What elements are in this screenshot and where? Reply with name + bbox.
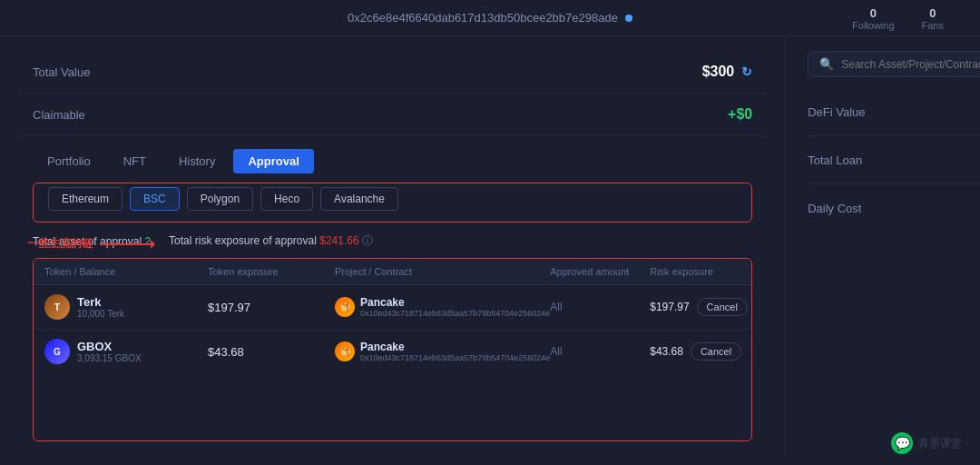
terk-approved: All <box>550 301 650 313</box>
chain-btn-heco[interactable]: Heco <box>260 187 313 211</box>
header: 0x2c6e8e4f6640dab617d13db50bcee2bb7e298a… <box>0 0 980 36</box>
table-header: Token / Balance Token exposure Project /… <box>34 259 751 285</box>
gbox-exposure: $43.68 <box>208 345 335 359</box>
total-value-value: $300 ↻ <box>702 64 753 80</box>
wallet-address-bar: 0x2c6e8e4f6640dab617d13db50bcee2bb7e298a… <box>348 11 632 25</box>
cost-label: Daily Cost <box>808 202 861 215</box>
terk-icon: T <box>44 294 70 320</box>
fans-count: 0 <box>922 5 944 19</box>
right-panel: 🔍 DeFi Value $0 Total Loan $0 Daily Cost… <box>786 36 980 456</box>
gbox-risk-value: $43.68 <box>650 345 683 358</box>
info-icon: ⓘ <box>362 234 373 247</box>
token-cell-terk: T Terk 10,000 Terk <box>44 294 208 320</box>
annotation-text: 一些主流的链 <box>27 236 93 252</box>
gbox-info: GBOX 3,093.15 GBOX <box>77 340 142 363</box>
gbox-cancel-button[interactable]: Cancel <box>691 342 741 361</box>
approval-table: Token / Balance Token exposure Project /… <box>33 258 752 441</box>
tab-approval[interactable]: Approval <box>233 149 313 173</box>
defi-label: DeFi Value <box>808 105 865 119</box>
wechat-icon: 💬 <box>891 432 913 454</box>
approval-risk-label: Total risk exposure of approval $241.66 … <box>169 233 373 249</box>
chain-button-group: Ethereum BSC Polygon Heco Avalanche <box>33 183 752 223</box>
following-label: Following <box>852 19 894 30</box>
chain-annotation: 一些主流的链 <box>27 236 154 252</box>
gbox-project-info: Pancake 0x10ed43c718714eb63d5aa57b78b547… <box>360 341 550 362</box>
pancake-icon-1: 🥞 <box>335 297 355 317</box>
table-row: G GBOX 3,093.15 GBOX $43.68 🥞 Pancake 0x… <box>34 330 751 373</box>
terk-project-info: Pancake 0x10ed43c718714eb63d5aa57b78b547… <box>360 296 550 318</box>
gbox-project-cell: 🥞 Pancake 0x10ed43c718714eb63d5aa57b78b5… <box>335 341 550 362</box>
fans-label: Fans <box>922 19 944 30</box>
col-project: Project / Contract <box>335 266 550 277</box>
terk-exposure: $197.97 <box>208 301 335 314</box>
gbox-approved: All <box>550 345 650 358</box>
defi-value-row: DeFi Value $0 <box>808 88 980 136</box>
pancake-icon-2: 🥞 <box>335 341 355 361</box>
table-row: T Terk 10,000 Terk $197.97 🥞 Pancake 0x1… <box>34 285 751 330</box>
tab-portfolio[interactable]: Portfolio <box>33 149 105 173</box>
daily-cost-row: Daily Cost -$0 <box>808 184 980 232</box>
annotation-arrow <box>100 243 154 245</box>
terk-project-cell: 🥞 Pancake 0x10ed43c718714eb63d5aa57b78b5… <box>335 296 550 318</box>
claimable-value: +$0 <box>728 106 752 123</box>
header-stats: 0 Following 0 Fans <box>852 5 944 30</box>
chain-btn-polygon[interactable]: Polygon <box>187 187 253 211</box>
tab-bar: Portfolio NFT History Approval <box>18 136 767 183</box>
gbox-balance: 3,093.15 GBOX <box>77 353 142 363</box>
wallet-status-icon <box>625 15 632 22</box>
search-bar[interactable]: 🔍 <box>808 51 980 77</box>
total-loan-row: Total Loan $0 <box>808 136 980 184</box>
gbox-icon: G <box>44 339 70 364</box>
terk-cancel-button[interactable]: Cancel <box>697 298 748 316</box>
terk-name: Terk <box>77 295 124 309</box>
gbox-risk-cell: $43.68 Cancel <box>650 342 740 361</box>
loan-label: Total Loan <box>808 153 862 167</box>
terk-risk-value: $197.97 <box>650 301 689 313</box>
watermark-text: 青墨课堂 <box>918 436 962 451</box>
col-token: Token / Balance <box>44 266 208 277</box>
terk-risk-cell: $197.97 Cancel <box>650 298 740 316</box>
search-input[interactable] <box>841 58 980 71</box>
terk-project-name: Pancake <box>360 296 550 309</box>
total-value-row: Total Value $300 ↻ <box>18 51 767 94</box>
wallet-text: 0x2c6e8e4f6640dab617d13db50bcee2bb7e298a… <box>348 11 618 25</box>
search-icon: 🔍 <box>819 57 834 71</box>
col-risk: Risk exposure <box>650 266 740 277</box>
terk-contract: 0x10ed43c718714eb63d5aa57b78b54704e25602… <box>360 309 550 318</box>
tab-history[interactable]: History <box>164 149 230 173</box>
token-cell-gbox: G GBOX 3,093.15 GBOX <box>44 339 208 364</box>
total-value-label: Total Value <box>33 65 90 79</box>
claimable-row: Claimable +$0 <box>18 94 767 136</box>
terk-info: Terk 10,000 Terk <box>77 295 124 319</box>
watermark: 💬 青墨课堂 <box>891 432 962 454</box>
fans-stat[interactable]: 0 Fans <box>922 5 944 30</box>
col-exposure: Token exposure <box>208 266 335 277</box>
chain-btn-bsc[interactable]: BSC <box>130 187 180 211</box>
col-approved: Approved amount <box>550 266 650 277</box>
claimable-label: Claimable <box>33 108 85 122</box>
chain-btn-ethereum[interactable]: Ethereum <box>48 187 122 211</box>
tab-nft[interactable]: NFT <box>109 149 161 173</box>
gbox-project-name: Pancake <box>360 341 550 353</box>
terk-balance: 10,000 Terk <box>77 309 124 319</box>
gbox-name: GBOX <box>77 340 142 353</box>
gbox-contract: 0x10ed43c718714eb63d5aa57b78b54704e25602… <box>360 353 550 362</box>
following-count: 0 <box>852 5 894 19</box>
refresh-icon[interactable]: ↻ <box>741 64 752 79</box>
chain-btn-avalanche[interactable]: Avalanche <box>320 187 398 211</box>
following-stat[interactable]: 0 Following <box>852 5 894 30</box>
